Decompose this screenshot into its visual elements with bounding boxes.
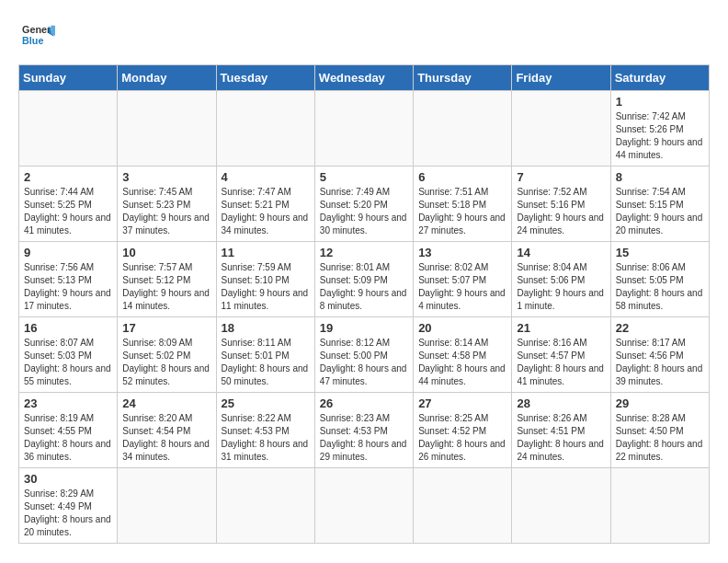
day-header-monday: Monday [118, 65, 216, 91]
day-number: 28 [517, 396, 605, 410]
calendar-cell [512, 468, 610, 544]
calendar-cell: 28Sunrise: 8:26 AM Sunset: 4:51 PM Dayli… [512, 393, 610, 468]
calendar-cell: 6Sunrise: 7:51 AM Sunset: 5:18 PM Daylig… [414, 167, 512, 242]
calendar-cell: 29Sunrise: 8:28 AM Sunset: 4:50 PM Dayli… [610, 393, 709, 468]
calendar-table: SundayMondayTuesdayWednesdayThursdayFrid… [18, 64, 710, 544]
day-number: 30 [24, 472, 112, 486]
day-number: 20 [418, 321, 506, 335]
calendar-cell [216, 468, 314, 544]
calendar-cell: 3Sunrise: 7:45 AM Sunset: 5:23 PM Daylig… [118, 167, 216, 242]
calendar-header-row: SundayMondayTuesdayWednesdayThursdayFrid… [19, 65, 710, 91]
day-info: Sunrise: 7:57 AM Sunset: 5:12 PM Dayligh… [122, 261, 210, 313]
day-info: Sunrise: 8:09 AM Sunset: 5:02 PM Dayligh… [122, 337, 210, 388]
calendar-cell [216, 91, 314, 167]
calendar-cell: 25Sunrise: 8:22 AM Sunset: 4:53 PM Dayli… [216, 393, 314, 468]
day-number: 8 [616, 170, 704, 184]
day-info: Sunrise: 8:19 AM Sunset: 4:55 PM Dayligh… [24, 412, 112, 464]
calendar-cell: 20Sunrise: 8:14 AM Sunset: 4:58 PM Dayli… [414, 317, 512, 393]
day-number: 29 [616, 396, 704, 410]
day-header-tuesday: Tuesday [216, 65, 314, 91]
day-number: 10 [122, 246, 210, 259]
day-header-friday: Friday [512, 65, 610, 91]
calendar-cell [512, 91, 610, 167]
calendar-cell: 15Sunrise: 8:06 AM Sunset: 5:05 PM Dayli… [610, 242, 709, 317]
calendar-week-row: 23Sunrise: 8:19 AM Sunset: 4:55 PM Dayli… [19, 393, 710, 468]
calendar-cell: 5Sunrise: 7:49 AM Sunset: 5:20 PM Daylig… [314, 167, 413, 242]
calendar-cell: 7Sunrise: 7:52 AM Sunset: 5:16 PM Daylig… [512, 167, 610, 242]
calendar-cell [19, 91, 118, 167]
day-info: Sunrise: 8:12 AM Sunset: 5:00 PM Dayligh… [320, 337, 408, 388]
day-number: 23 [24, 396, 112, 410]
day-info: Sunrise: 7:47 AM Sunset: 5:21 PM Dayligh… [222, 186, 310, 237]
day-number: 12 [320, 246, 408, 259]
day-info: Sunrise: 7:49 AM Sunset: 5:20 PM Dayligh… [320, 186, 408, 237]
logo-area: General Blue [18, 18, 55, 55]
day-number: 24 [122, 396, 210, 410]
calendar-week-row: 30Sunrise: 8:29 AM Sunset: 4:49 PM Dayli… [19, 468, 710, 544]
day-number: 25 [222, 396, 310, 410]
day-info: Sunrise: 7:44 AM Sunset: 5:25 PM Dayligh… [24, 186, 112, 237]
day-number: 22 [616, 321, 704, 335]
day-info: Sunrise: 8:22 AM Sunset: 4:53 PM Dayligh… [222, 412, 310, 464]
day-number: 7 [517, 170, 605, 184]
day-info: Sunrise: 7:59 AM Sunset: 5:10 PM Dayligh… [222, 261, 310, 313]
calendar-cell: 18Sunrise: 8:11 AM Sunset: 5:01 PM Dayli… [216, 317, 314, 393]
day-info: Sunrise: 8:01 AM Sunset: 5:09 PM Dayligh… [320, 261, 408, 313]
day-info: Sunrise: 8:25 AM Sunset: 4:52 PM Dayligh… [418, 412, 506, 464]
day-info: Sunrise: 8:11 AM Sunset: 5:01 PM Dayligh… [222, 337, 310, 388]
calendar-cell [314, 91, 413, 167]
day-number: 1 [616, 95, 704, 109]
day-info: Sunrise: 8:23 AM Sunset: 4:53 PM Dayligh… [320, 412, 408, 464]
day-header-sunday: Sunday [19, 65, 118, 91]
calendar-cell: 30Sunrise: 8:29 AM Sunset: 4:49 PM Dayli… [19, 468, 118, 544]
calendar-cell: 12Sunrise: 8:01 AM Sunset: 5:09 PM Dayli… [314, 242, 413, 317]
calendar-cell [610, 468, 709, 544]
calendar-cell: 9Sunrise: 7:56 AM Sunset: 5:13 PM Daylig… [19, 242, 118, 317]
calendar-cell: 16Sunrise: 8:07 AM Sunset: 5:03 PM Dayli… [19, 317, 118, 393]
calendar-cell: 1Sunrise: 7:42 AM Sunset: 5:26 PM Daylig… [610, 91, 709, 167]
calendar-cell: 22Sunrise: 8:17 AM Sunset: 4:56 PM Dayli… [610, 317, 709, 393]
day-info: Sunrise: 8:17 AM Sunset: 4:56 PM Dayligh… [616, 337, 704, 388]
day-info: Sunrise: 7:45 AM Sunset: 5:23 PM Dayligh… [122, 186, 210, 237]
calendar-cell: 27Sunrise: 8:25 AM Sunset: 4:52 PM Dayli… [414, 393, 512, 468]
day-number: 15 [616, 246, 704, 259]
calendar-cell: 24Sunrise: 8:20 AM Sunset: 4:54 PM Dayli… [118, 393, 216, 468]
day-number: 11 [222, 246, 310, 259]
calendar-week-row: 2Sunrise: 7:44 AM Sunset: 5:25 PM Daylig… [19, 167, 710, 242]
day-header-saturday: Saturday [610, 65, 709, 91]
day-number: 3 [122, 170, 210, 184]
day-info: Sunrise: 7:52 AM Sunset: 5:16 PM Dayligh… [517, 186, 605, 237]
day-info: Sunrise: 8:20 AM Sunset: 4:54 PM Dayligh… [122, 412, 210, 464]
day-info: Sunrise: 7:51 AM Sunset: 5:18 PM Dayligh… [418, 186, 506, 237]
calendar-cell: 17Sunrise: 8:09 AM Sunset: 5:02 PM Dayli… [118, 317, 216, 393]
svg-text:Blue: Blue [22, 35, 43, 46]
calendar-week-row: 16Sunrise: 8:07 AM Sunset: 5:03 PM Dayli… [19, 317, 710, 393]
calendar-cell [314, 468, 413, 544]
calendar-cell: 4Sunrise: 7:47 AM Sunset: 5:21 PM Daylig… [216, 167, 314, 242]
day-header-wednesday: Wednesday [314, 65, 413, 91]
calendar-cell: 2Sunrise: 7:44 AM Sunset: 5:25 PM Daylig… [19, 167, 118, 242]
day-number: 18 [222, 321, 310, 335]
day-info: Sunrise: 8:02 AM Sunset: 5:07 PM Dayligh… [418, 261, 506, 313]
calendar-cell [414, 91, 512, 167]
day-info: Sunrise: 8:14 AM Sunset: 4:58 PM Dayligh… [418, 337, 506, 388]
day-info: Sunrise: 8:04 AM Sunset: 5:06 PM Dayligh… [517, 261, 605, 313]
calendar-cell: 26Sunrise: 8:23 AM Sunset: 4:53 PM Dayli… [314, 393, 413, 468]
calendar-cell [414, 468, 512, 544]
calendar-cell [118, 468, 216, 544]
day-info: Sunrise: 7:56 AM Sunset: 5:13 PM Dayligh… [24, 261, 112, 313]
calendar-cell: 23Sunrise: 8:19 AM Sunset: 4:55 PM Dayli… [19, 393, 118, 468]
calendar-week-row: 1Sunrise: 7:42 AM Sunset: 5:26 PM Daylig… [19, 91, 710, 167]
day-number: 17 [122, 321, 210, 335]
day-header-thursday: Thursday [414, 65, 512, 91]
calendar-cell: 21Sunrise: 8:16 AM Sunset: 4:57 PM Dayli… [512, 317, 610, 393]
calendar-cell [118, 91, 216, 167]
day-number: 14 [517, 246, 605, 259]
page-header: General Blue [18, 18, 710, 55]
day-info: Sunrise: 8:28 AM Sunset: 4:50 PM Dayligh… [616, 412, 704, 464]
calendar-week-row: 9Sunrise: 7:56 AM Sunset: 5:13 PM Daylig… [19, 242, 710, 317]
day-number: 5 [320, 170, 408, 184]
calendar-cell: 14Sunrise: 8:04 AM Sunset: 5:06 PM Dayli… [512, 242, 610, 317]
calendar-cell: 11Sunrise: 7:59 AM Sunset: 5:10 PM Dayli… [216, 242, 314, 317]
calendar-cell: 19Sunrise: 8:12 AM Sunset: 5:00 PM Dayli… [314, 317, 413, 393]
